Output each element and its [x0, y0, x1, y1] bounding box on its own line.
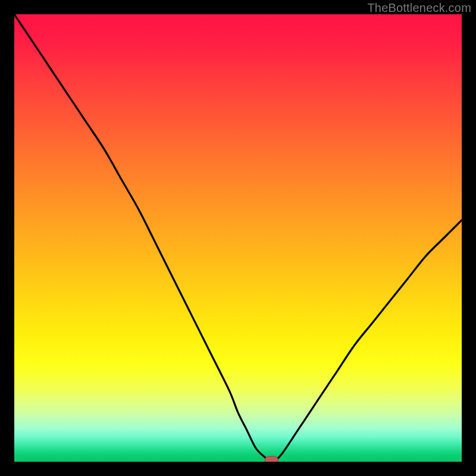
chart-frame: TheBottleneck.com	[0, 0, 476, 476]
optimal-marker	[265, 456, 278, 462]
bottleneck-curve	[14, 14, 462, 462]
plot-area	[14, 14, 462, 462]
watermark-text: TheBottleneck.com	[367, 1, 471, 15]
bottleneck-curve-svg	[14, 14, 462, 462]
